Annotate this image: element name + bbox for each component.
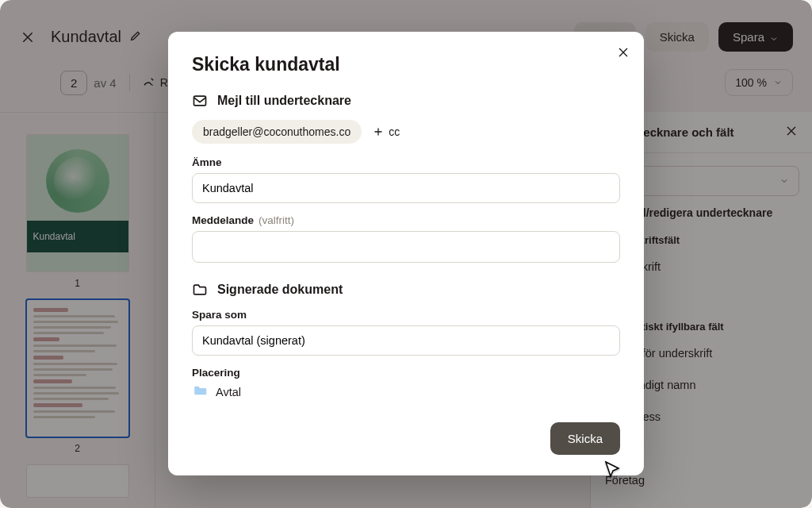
svg-rect-0 (194, 96, 206, 106)
section-docs-header: Signerade dokument (192, 282, 620, 298)
message-input[interactable] (192, 231, 620, 263)
folder-outline-icon (192, 282, 208, 298)
message-label-text: Meddelande (192, 214, 254, 226)
mail-icon (192, 93, 208, 109)
saveas-label: Spara som (192, 309, 620, 321)
modal-close-icon[interactable] (617, 46, 630, 62)
modal-send-button[interactable]: Skicka (550, 422, 620, 455)
subject-input[interactable] (192, 173, 620, 203)
modal-title: Skicka kundavtal (192, 54, 620, 75)
section-docs-title: Signerade dokument (217, 283, 343, 297)
folder-icon (192, 383, 208, 400)
saveas-input[interactable] (192, 325, 620, 356)
section-email-title: Mejl till undertecknare (217, 94, 351, 108)
location-label: Placering (192, 367, 620, 379)
message-hint: (valfritt) (259, 214, 294, 226)
location-row[interactable]: Avtal (192, 383, 620, 400)
send-modal: Skicka kundavtal Mejl till undertecknare… (168, 32, 644, 475)
email-chip[interactable]: bradgeller@coconuthomes.co (192, 120, 362, 144)
location-value: Avtal (216, 386, 241, 398)
section-email-header: Mejl till undertecknare (192, 93, 620, 109)
recipients-row: bradgeller@coconuthomes.co cc (192, 120, 620, 144)
add-cc-button[interactable]: cc (373, 125, 400, 138)
modal-footer: Skicka (192, 422, 620, 455)
subject-label: Ämne (192, 156, 620, 168)
cc-label: cc (389, 125, 400, 138)
message-label: Meddelande (valfritt) (192, 214, 620, 226)
